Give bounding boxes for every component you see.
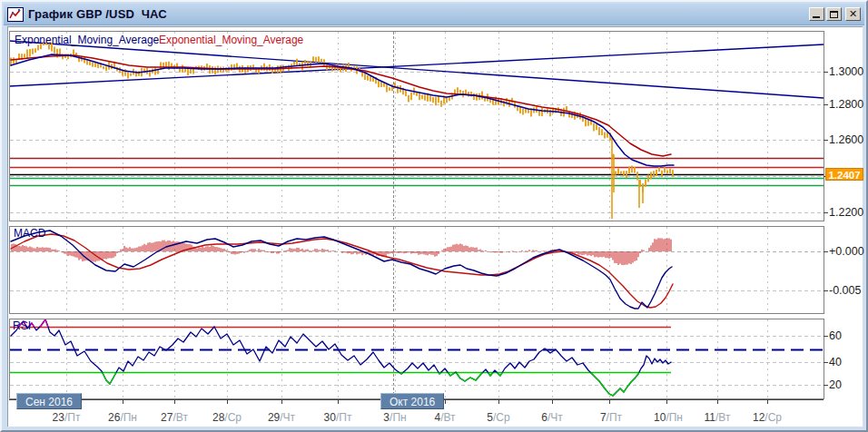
price-macd-rsi-plot[interactable] xyxy=(2,2,868,432)
axis-price-label: -0.005 xyxy=(829,283,861,298)
axis-price-label: 40 xyxy=(829,355,842,369)
date-label: 26/Пн xyxy=(97,411,148,424)
month-badge: Сен 2016 xyxy=(16,393,82,409)
legend-ema-fast[interactable]: Exponential_Moving_Average xyxy=(15,34,159,46)
date-label: 10/Пн xyxy=(643,411,694,424)
rsi-indicator-label[interactable]: RSI xyxy=(13,319,31,332)
axis-price-label: 1.2600 xyxy=(829,133,863,147)
date-label: 11/Вт xyxy=(692,411,743,424)
chart-window: График GBP /USD ЧАС ✕ Exponential_Moving… xyxy=(0,0,868,432)
axis-price-label: 20 xyxy=(829,378,842,392)
date-label: 29/Чт xyxy=(256,411,307,424)
date-label: 28/Ср xyxy=(202,411,252,424)
axis-price-label: 1.3000 xyxy=(829,64,863,79)
month-badge: Окт 2016 xyxy=(380,393,444,409)
axis-price-label: 1.2200 xyxy=(829,205,863,220)
date-label: 4/Вт xyxy=(419,411,470,424)
current-price-tag: 1.2407 xyxy=(825,168,863,181)
axis-price-label: 1.2800 xyxy=(829,97,863,112)
date-label: 5/Ср xyxy=(473,411,524,424)
axis-price-label: +0.000 xyxy=(829,244,864,259)
date-label: 27/Вт xyxy=(149,411,200,424)
date-label: 6/Чт xyxy=(527,411,577,424)
macd-indicator-label[interactable]: MACD xyxy=(14,227,45,240)
legend-ema-slow[interactable]: Exponential_Moving_Average xyxy=(159,34,303,46)
date-label: 7/Пт xyxy=(586,411,636,424)
date-label: 3/Пн xyxy=(370,411,420,424)
date-label: 30/Пт xyxy=(312,411,363,424)
axis-price-label: 60 xyxy=(829,329,842,343)
date-label: 12/Ср xyxy=(742,411,793,424)
date-label: 23/Пт xyxy=(41,411,92,424)
